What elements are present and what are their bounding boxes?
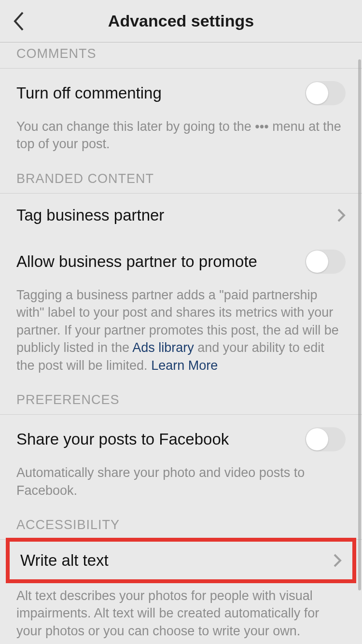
toggle-knob [306, 251, 328, 273]
row-allow-partner-promote[interactable]: Allow business partner to promote [0, 237, 362, 286]
row-label: Allow business partner to promote [16, 252, 257, 271]
toggle-commenting[interactable] [305, 81, 346, 105]
row-write-alt-text[interactable]: Write alt text [10, 542, 352, 579]
chevron-right-icon [333, 553, 342, 568]
row-label: Tag business partner [16, 206, 164, 224]
row-turn-off-commenting[interactable]: Turn off commenting [0, 69, 362, 118]
highlight-annotation: Write alt text [6, 538, 356, 583]
section-label-accessibility: ACCESSIBILITY [0, 504, 362, 539]
back-chevron-icon [12, 11, 25, 32]
link-learn-more[interactable]: Learn More [151, 358, 218, 373]
scrollbar-thumb[interactable] [358, 59, 361, 590]
desc-accessibility: Alt text describes your photos for peopl… [0, 587, 362, 644]
desc-preferences: Automatically share your photo and video… [0, 464, 362, 504]
toggle-knob [306, 82, 328, 104]
link-ads-library[interactable]: Ads library [132, 340, 194, 355]
page-title: Advanced settings [108, 12, 254, 30]
section-label-branded: BRANDED CONTENT [0, 158, 362, 193]
group-preferences: Share your posts to Facebook Automatical… [0, 414, 362, 504]
group-accessibility: Write alt text Alt text describes your p… [0, 539, 362, 644]
row-label: Turn off commenting [16, 84, 162, 102]
back-button[interactable] [7, 10, 30, 33]
group-comments: Turn off commenting You can change this … [0, 68, 362, 158]
content-scroll[interactable]: COMMENTS Turn off commenting You can cha… [0, 42, 362, 644]
desc-commenting: You can change this later by going to th… [0, 118, 362, 158]
group-branded: Tag business partner Allow business part… [0, 193, 362, 379]
row-tag-business-partner[interactable]: Tag business partner [0, 194, 362, 237]
row-label: Share your posts to Facebook [16, 430, 229, 448]
header-bar: Advanced settings [0, 0, 362, 42]
desc-branded: Tagging a business partner adds a "paid … [0, 286, 362, 379]
row-label: Write alt text [20, 551, 109, 570]
section-label-comments: COMMENTS [0, 42, 362, 68]
chevron-right-icon [337, 208, 346, 223]
section-label-preferences: PREFERENCES [0, 379, 362, 414]
toggle-knob [306, 428, 328, 450]
row-share-to-facebook[interactable]: Share your posts to Facebook [0, 415, 362, 464]
toggle-share-facebook[interactable] [305, 427, 346, 451]
toggle-allow-promote[interactable] [305, 250, 346, 274]
